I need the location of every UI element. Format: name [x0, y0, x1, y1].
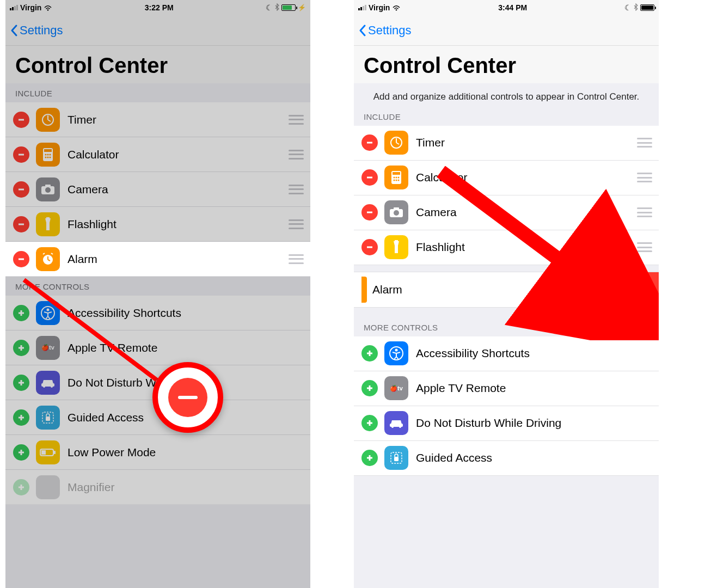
remove-minus-icon[interactable]	[13, 146, 29, 163]
more-row-low-power[interactable]: Low Power Mode	[5, 435, 310, 470]
more-row-appletv[interactable]: 🍎tv Apple TV Remote	[354, 371, 659, 406]
include-row-calculator[interactable]: Calculator	[5, 137, 310, 172]
row-label: Do Not Disturb While Driving	[416, 416, 652, 430]
drag-handle-icon[interactable]	[569, 285, 585, 295]
more-row-guided[interactable]: Guided Access	[354, 441, 659, 476]
back-label: Settings	[368, 23, 412, 38]
screenshot-left: Virgin 3:22 PM ☾ ⚡ Settings Control Cent…	[5, 0, 310, 588]
add-plus-icon[interactable]	[361, 345, 378, 362]
more-row-appletv[interactable]: 🍎tv Apple TV Remote	[5, 330, 310, 365]
svg-point-6	[45, 154, 47, 155]
svg-point-10	[47, 156, 49, 158]
guided-access-icon	[384, 446, 408, 470]
include-row-calculator[interactable]: Calculator	[354, 161, 659, 195]
svg-point-58	[394, 210, 399, 216]
svg-rect-57	[394, 207, 399, 210]
drag-handle-icon[interactable]	[637, 207, 652, 217]
remove-minus-icon[interactable]	[13, 216, 29, 232]
row-label: Camera	[416, 206, 632, 219]
drag-handle-icon[interactable]	[289, 115, 304, 125]
row-label: Accessibility Shortcuts	[416, 347, 652, 360]
add-plus-icon[interactable]	[13, 409, 29, 426]
annotation-magnifier	[152, 362, 223, 433]
remove-button[interactable]: Remove	[592, 272, 659, 307]
drag-handle-icon[interactable]	[637, 242, 652, 252]
drag-handle-icon[interactable]	[637, 138, 652, 148]
svg-rect-34	[46, 416, 50, 421]
section-include-label: INCLUDE	[5, 83, 310, 102]
drag-handle-icon[interactable]	[289, 185, 304, 194]
status-bar: Virgin 3:44 PM ☾	[354, 0, 659, 15]
row-label: Flashlight	[416, 241, 632, 254]
include-row-alarm-swiped[interactable]: Alarm Remove	[354, 272, 659, 308]
include-row-flashlight[interactable]: Flashlight	[5, 207, 310, 242]
row-label: Alarm	[372, 283, 564, 296]
bluetooth-icon	[275, 3, 279, 13]
clock-label: 3:22 PM	[145, 3, 174, 12]
remove-minus-icon[interactable]	[361, 134, 378, 151]
magnifier-icon	[36, 475, 60, 499]
apple-tv-icon: 🍎tv	[36, 336, 60, 360]
charging-icon: ⚡	[298, 4, 306, 11]
remove-minus-icon[interactable]	[361, 204, 378, 220]
svg-rect-39	[41, 450, 46, 455]
back-label: Settings	[20, 23, 63, 38]
row-label: Guided Access	[416, 451, 652, 464]
alarm-icon-sliver	[361, 277, 367, 303]
more-row-magnifier[interactable]: Magnifier	[5, 470, 310, 505]
more-row-accessibility[interactable]: Accessibility Shortcuts	[5, 296, 310, 330]
svg-point-53	[396, 180, 397, 181]
add-plus-icon[interactable]	[13, 305, 29, 321]
remove-minus-icon[interactable]	[13, 181, 29, 198]
battery-icon	[281, 4, 296, 11]
back-button[interactable]: Settings	[358, 23, 412, 38]
drag-handle-icon[interactable]	[637, 173, 652, 182]
more-row-accessibility[interactable]: Accessibility Shortcuts	[354, 336, 659, 371]
add-plus-icon[interactable]	[13, 444, 29, 461]
row-label: Timer	[416, 136, 632, 149]
row-label: Magnifier	[68, 481, 304, 494]
carrier-label: Virgin	[369, 3, 390, 12]
row-label: Calculator	[416, 171, 632, 184]
include-row-flashlight[interactable]: Flashlight	[354, 230, 659, 265]
page-title: Control Center	[354, 46, 659, 83]
drag-handle-icon[interactable]	[289, 150, 304, 160]
include-row-timer[interactable]: Timer	[354, 126, 659, 161]
back-button[interactable]: Settings	[10, 23, 63, 38]
row-label: Apple TV Remote	[416, 382, 652, 395]
more-row-dnd-driving[interactable]: Do Not Disturb While Driving	[354, 406, 659, 441]
calculator-icon	[36, 143, 60, 167]
svg-rect-17	[46, 217, 50, 219]
remove-minus-icon[interactable]	[13, 251, 29, 267]
svg-rect-60	[395, 240, 398, 242]
add-plus-icon[interactable]	[13, 479, 29, 495]
flashlight-icon	[36, 212, 60, 236]
svg-point-70	[391, 426, 394, 428]
svg-point-54	[398, 180, 400, 181]
include-row-timer[interactable]: Timer	[5, 102, 310, 137]
row-label: Flashlight	[68, 218, 283, 231]
add-plus-icon[interactable]	[361, 415, 378, 431]
svg-rect-48	[393, 172, 400, 175]
include-list: Timer Calculator Camera Flashlight Alarm	[5, 102, 310, 277]
remove-minus-icon[interactable]	[361, 239, 378, 255]
screenshot-right: Virgin 3:44 PM ☾ Settings Control Center…	[354, 0, 659, 588]
drag-handle-icon[interactable]	[289, 254, 304, 264]
add-plus-icon[interactable]	[13, 375, 29, 391]
include-row-camera[interactable]: Camera	[5, 172, 310, 207]
battery-icon	[640, 4, 654, 11]
include-row-camera[interactable]: Camera	[354, 195, 659, 230]
add-plus-icon[interactable]	[361, 450, 378, 466]
svg-point-43	[396, 9, 397, 10]
drag-handle-icon[interactable]	[289, 219, 304, 229]
add-plus-icon[interactable]	[13, 340, 29, 356]
add-plus-icon[interactable]	[361, 380, 378, 396]
page-title: Control Center	[5, 46, 310, 83]
cell-signal-icon	[358, 5, 366, 10]
remove-minus-icon[interactable]	[361, 169, 378, 186]
include-row-alarm[interactable]: Alarm	[5, 242, 310, 277]
flashlight-icon	[384, 235, 408, 259]
include-list: Timer Calculator Camera Flashlight	[354, 126, 659, 265]
remove-minus-icon[interactable]	[13, 112, 29, 128]
page-hint: Add and organize additional controls to …	[354, 83, 659, 107]
